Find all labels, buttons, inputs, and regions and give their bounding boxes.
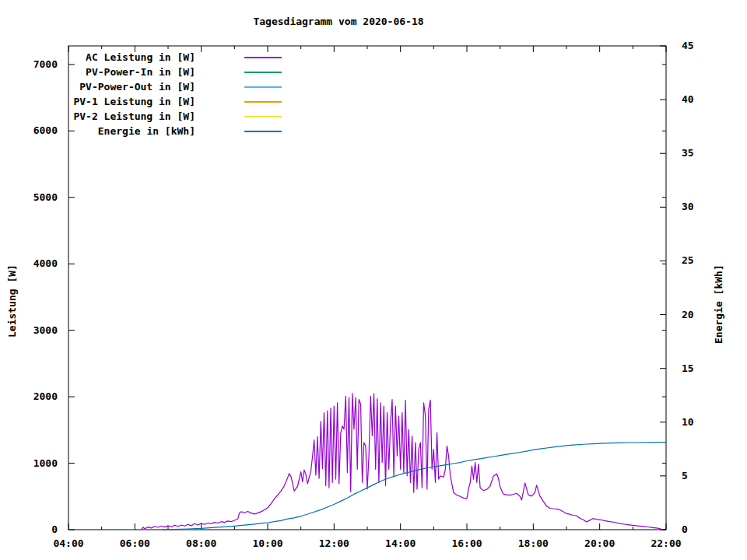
x-tick-label: 12:00 [319,537,349,549]
y1-tick-label: 2000 [33,390,58,402]
legend-item-label: PV-Power-In in [W] [70,66,195,78]
x-tick-label: 06:00 [120,537,150,549]
y1-tick-label: 4000 [33,257,58,269]
x-tick-label: 16:00 [451,537,482,549]
legend-line-sample [244,101,282,103]
y2-tick-label: 15 [682,362,694,374]
legend-item-label: PV-1 Leistung in [W] [70,96,195,107]
legend-item: Energie in [kWh] [70,124,303,138]
legend-line-sample [244,72,282,73]
y1-tick-label: 5000 [33,191,58,203]
legend-item-label: PV-Power-Out in [W] [70,81,195,93]
y1-tick-label: 6000 [33,124,58,136]
y2-tick-label: 5 [682,470,688,481]
legend: AC Leistung in [W] PV-Power-In in [W] PV… [70,50,303,138]
x-tick-label: 14:00 [385,537,416,549]
y2-tick-label: 20 [682,309,694,320]
legend-line-sample [244,131,282,132]
legend-item-label: Energie in [kWh] [70,125,195,137]
legend-item-label: PV-2 Leistung in [W] [70,110,195,122]
y2-tick-label: 25 [682,254,694,266]
y2-tick-label: 45 [682,40,694,51]
x-tick-label: 18:00 [518,537,549,549]
y2-tick-label: 30 [682,201,694,212]
y1-tick-label: 7000 [33,58,58,70]
series-line-ac-leistung-in-w- [142,394,661,530]
y1-tick-label: 3000 [33,324,58,336]
legend-item: PV-Power-Out in [W] [70,79,303,94]
y1-tick-label: 0 [51,523,58,535]
legend-item: PV-2 Leistung in [W] [70,109,303,124]
legend-item: PV-1 Leistung in [W] [70,94,303,109]
y1-tick-label: 1000 [33,457,58,469]
y2-tick-label: 10 [682,416,694,428]
x-tick-label: 22:00 [651,537,681,549]
legend-line-sample [244,57,282,58]
x-tick-label: 10:00 [252,537,282,549]
chart-canvas: Tagesdiagramm vom 2020-06-18 Leistung [W… [0,0,747,560]
y2-tick-label: 35 [682,147,694,159]
x-tick-label: 20:00 [584,537,615,549]
x-tick-label: 04:00 [53,537,83,549]
legend-line-sample [244,86,282,88]
legend-line-sample [244,116,282,117]
x-tick-label: 08:00 [186,537,216,549]
legend-item: PV-Power-In in [W] [70,65,303,79]
y2-tick-label: 40 [682,93,694,105]
legend-item: AC Leistung in [W] [70,50,303,65]
y2-tick-label: 0 [682,523,688,535]
legend-item-label: AC Leistung in [W] [70,51,195,63]
